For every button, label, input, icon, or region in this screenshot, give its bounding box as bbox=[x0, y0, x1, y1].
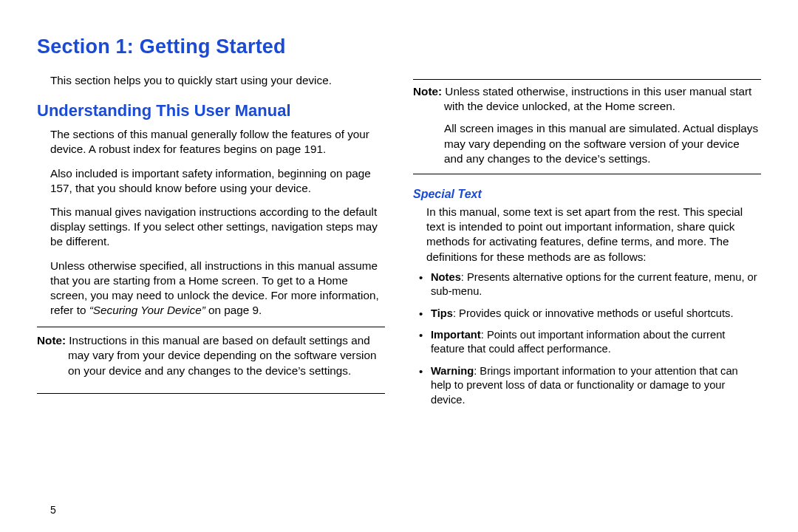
note-paragraph: Note: Unless stated otherwise, instructi… bbox=[413, 84, 761, 114]
section-title: Section 1: Getting Started bbox=[37, 35, 761, 58]
note-block: Note: Instructions in this manual are ba… bbox=[37, 327, 385, 394]
list-item: Warning: Brings important information to… bbox=[419, 364, 761, 407]
two-column-layout: This section helps you to quickly start … bbox=[37, 73, 761, 415]
note-body: Instructions in this manual are based on… bbox=[66, 334, 376, 376]
subsubheading-special-text: Special Text bbox=[413, 186, 761, 202]
term-label: Tips bbox=[431, 307, 453, 319]
left-column: This section helps you to quickly start … bbox=[37, 73, 385, 415]
list-item: Notes: Presents alternative options for … bbox=[419, 270, 761, 299]
note-paragraph: Note: Instructions in this manual are ba… bbox=[37, 333, 385, 378]
note-block: Note: Unless stated otherwise, instructi… bbox=[413, 79, 761, 174]
list-item: Tips: Provides quick or innovative metho… bbox=[419, 307, 761, 321]
note-secondary-paragraph: All screen images in this manual are sim… bbox=[413, 121, 761, 166]
manual-page: Section 1: Getting Started This section … bbox=[0, 0, 798, 532]
note-label: Note: bbox=[37, 334, 66, 347]
note-label: Note: bbox=[413, 85, 442, 98]
definitions-list: Notes: Presents alternative options for … bbox=[419, 270, 761, 407]
subheading-understanding: Understanding This User Manual bbox=[37, 100, 385, 121]
body-paragraph: Unless otherwise specified, all instruct… bbox=[50, 259, 385, 318]
body-paragraph: This manual gives navigation instruction… bbox=[50, 205, 385, 250]
term-label: Notes bbox=[431, 271, 461, 283]
cross-reference: “Securing Your Device” bbox=[89, 304, 205, 316]
term-label: Warning bbox=[431, 365, 474, 377]
note-body: Unless stated otherwise, instructions in… bbox=[442, 85, 751, 112]
term-label: Important bbox=[431, 329, 481, 341]
term-definition: : Provides quick or innovative methods o… bbox=[453, 307, 734, 319]
body-paragraph: In this manual, some text is set apart f… bbox=[426, 205, 761, 265]
list-item: Important: Points out important informat… bbox=[419, 328, 761, 357]
term-definition: : Presents alternative options for the c… bbox=[431, 271, 757, 297]
term-definition: : Brings important information to your a… bbox=[431, 365, 738, 406]
intro-text: This section helps you to quickly start … bbox=[50, 73, 385, 88]
page-number: 5 bbox=[50, 504, 56, 516]
body-paragraph: The sections of this manual generally fo… bbox=[50, 127, 385, 157]
right-column: Note: Unless stated otherwise, instructi… bbox=[413, 73, 761, 415]
body-text: on page 9. bbox=[205, 304, 262, 316]
body-paragraph: Also included is important safety inform… bbox=[50, 166, 385, 196]
